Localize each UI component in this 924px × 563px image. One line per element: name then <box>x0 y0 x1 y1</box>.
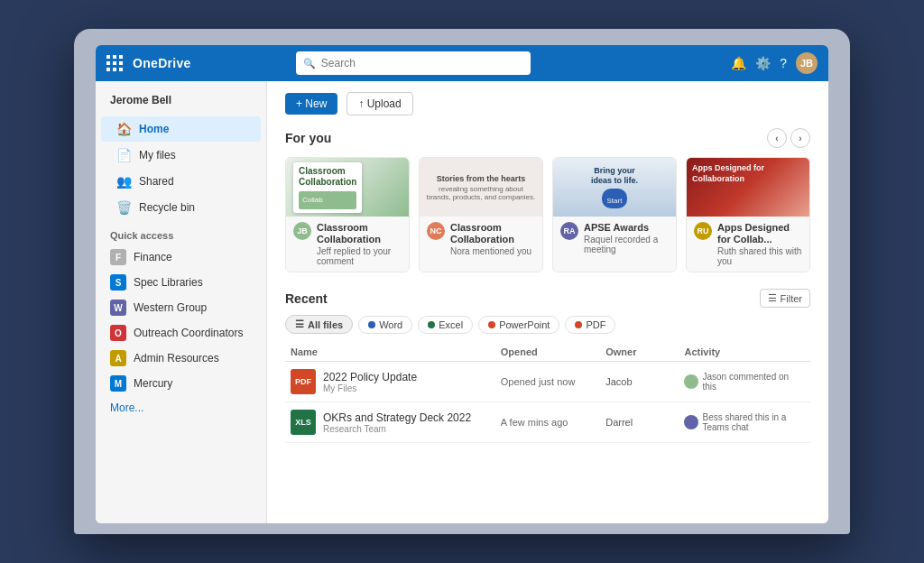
admin-label: Admin Resources <box>134 352 219 365</box>
notifications-icon[interactable]: 🔔 <box>731 56 746 70</box>
sidebar-item-recycle-label: Recycle bin <box>139 201 195 214</box>
card-title-3: APSE Awards <box>584 222 669 234</box>
filter-button[interactable]: ☰ Filter <box>760 289 810 308</box>
sidebar-item-admin[interactable]: A Admin Resources <box>96 346 266 371</box>
card-classroom-collab-2[interactable]: Stories from the hearts revealing someth… <box>419 157 543 272</box>
sidebar-item-home[interactable]: 🏠 Home <box>101 116 261 142</box>
file-name-group-2: OKRs and Strategy Deck 2022 Research Tea… <box>323 411 471 434</box>
col-opened: Opened <box>495 343 600 362</box>
avatar[interactable]: JB <box>796 52 818 74</box>
tab-pdf[interactable]: PDF <box>565 316 615 334</box>
content-toolbar: + New ↑ Upload <box>285 92 810 115</box>
card-sub-3: Raquel recorded a meeting <box>584 235 669 254</box>
activity-avatar-2 <box>684 415 698 429</box>
tab-powerpoint[interactable]: PowerPoint <box>478 316 559 334</box>
ppt-dot <box>488 321 495 328</box>
card-avatar-3: RA <box>560 222 578 240</box>
speclib-label: Spec Libraries <box>134 276 203 289</box>
card-apps[interactable]: Apps Designed forCollaboration RU Apps D… <box>686 157 810 272</box>
outreach-label: Outreach Coordinators <box>134 327 243 339</box>
card-avatar-2: NC <box>427 222 445 240</box>
activity-text-1: Jason commented on this <box>702 372 805 392</box>
card-avatar-row-3: RA APSE Awards Raquel recorded a meeting <box>560 222 669 254</box>
card-avatar-1: JB <box>293 222 311 240</box>
file-owner-2: Darrel <box>600 402 679 443</box>
home-icon: 🏠 <box>116 122 132 136</box>
finance-label: Finance <box>134 251 172 263</box>
tab-word[interactable]: Word <box>358 316 412 334</box>
next-arrow[interactable]: › <box>790 128 810 148</box>
sidebar-username: Jerome Bell <box>96 90 266 115</box>
table-row[interactable]: XLS OKRs and Strategy Deck 2022 Research… <box>285 402 810 443</box>
card-thumb-4: Apps Designed forCollaboration <box>687 158 809 217</box>
tab-all-files[interactable]: ☰ All files <box>285 315 353 334</box>
recycle-icon: 🗑️ <box>116 200 132 215</box>
excel-dot <box>428 321 435 328</box>
sidebar-item-myfiles-label: My files <box>139 149 176 162</box>
card-avatar-row-4: RU Apps Designed for Collab... Ruth shar… <box>694 222 802 266</box>
sidebar-item-myfiles[interactable]: 📄 My files <box>101 143 261 168</box>
file-opened-2: A few mins ago <box>495 402 600 443</box>
card-title-1: Classroom Collaboration <box>317 222 402 245</box>
western-label: Western Group <box>134 301 207 314</box>
sidebar-item-recycle[interactable]: 🗑️ Recycle bin <box>101 195 261 220</box>
recent-section-header: Recent ☰ Filter <box>285 289 810 308</box>
col-activity: Activity <box>679 343 810 362</box>
sidebar-item-speclib[interactable]: S Spec Libraries <box>96 270 266 295</box>
shared-icon: 👥 <box>116 174 132 189</box>
file-table: Name Opened Owner Activity PDF <box>285 343 810 443</box>
sidebar-item-shared[interactable]: 👥 Shared <box>101 169 261 194</box>
card-title-2: Classroom Collaboration <box>450 222 535 245</box>
card-thumb-classroom: ClassroomCollaboration Collab <box>286 158 409 217</box>
table-row[interactable]: PDF 2022 Policy Update My Files Opened j… <box>285 362 810 402</box>
file-owner-1: Jacob <box>600 362 679 402</box>
filter-icon: ☰ <box>768 292 777 304</box>
prev-arrow[interactable]: ‹ <box>767 128 787 148</box>
upload-button[interactable]: ↑ Upload <box>346 92 412 115</box>
main-layout: Jerome Bell 🏠 Home 📄 My files 👥 Shared 🗑… <box>96 81 828 523</box>
new-button[interactable]: + New <box>285 93 337 115</box>
admin-icon: A <box>110 350 126 366</box>
sidebar-item-home-label: Home <box>139 123 169 135</box>
file-icon-excel: XLS <box>291 410 316 435</box>
card-title-4: Apps Designed for Collab... <box>717 222 802 245</box>
recent-label: Recent <box>285 291 328 306</box>
search-input[interactable] <box>321 57 523 69</box>
help-icon[interactable]: ? <box>780 56 787 70</box>
card-text-4: Apps Designed for Collab... Ruth shared … <box>717 222 802 266</box>
card-text-1: Classroom Collaboration Jeff replied to … <box>317 222 402 266</box>
card-apps-text: Apps Designed forCollaboration <box>692 163 764 184</box>
file-name-1: 2022 Policy Update <box>323 371 417 383</box>
sidebar-item-finance[interactable]: F Finance <box>96 245 266 270</box>
card-text-3: APSE Awards Raquel recorded a meeting <box>584 222 669 254</box>
card-thumb-3: Bring yourideas to life. Start <box>553 158 676 217</box>
file-opened-1: Opened just now <box>495 362 600 402</box>
grid-icon[interactable] <box>106 55 124 72</box>
activity-avatar-1 <box>684 374 698 389</box>
card-avatar-row-1: JB Classroom Collaboration Jeff replied … <box>293 222 402 266</box>
file-name-2: OKRs and Strategy Deck 2022 <box>323 411 471 424</box>
card-thumb-2: Stories from the hearts revealing someth… <box>420 158 542 217</box>
finance-icon: F <box>110 249 126 265</box>
search-icon: 🔍 <box>303 58 316 69</box>
activity-cell-1: Jason commented on this <box>684 372 805 392</box>
card-thumb-text-1: ClassroomCollaboration <box>299 166 356 188</box>
sidebar-item-mercury[interactable]: M Mercury <box>96 371 266 396</box>
card-classroom-collab-1[interactable]: ClassroomCollaboration Collab JB <box>285 157 410 272</box>
for-you-section-header: For you ‹ › <box>285 128 810 148</box>
brand-name: OneDrive <box>133 56 191 70</box>
card-avatar-4: RU <box>694 222 712 240</box>
card-apse[interactable]: Bring yourideas to life. Start RA <box>552 157 677 272</box>
mercury-icon: M <box>110 375 126 392</box>
mercury-label: Mercury <box>134 377 172 390</box>
activity-cell-2: Bess shared this in a Teams chat <box>684 412 805 432</box>
topbar: OneDrive 🔍 🔔 ⚙️ ? JB <box>96 45 828 81</box>
more-button[interactable]: More... <box>96 396 266 420</box>
settings-icon[interactable]: ⚙️ <box>755 56 771 70</box>
sidebar-item-outreach[interactable]: O Outreach Coordinators <box>96 320 266 346</box>
sidebar-item-western[interactable]: W Western Group <box>96 295 266 320</box>
card-sub-4: Ruth shared this with you <box>717 246 802 266</box>
tab-excel[interactable]: Excel <box>418 316 473 334</box>
card-thumb-apps: Apps Designed forCollaboration <box>687 158 809 217</box>
for-you-cards: ClassroomCollaboration Collab JB <box>285 157 810 272</box>
